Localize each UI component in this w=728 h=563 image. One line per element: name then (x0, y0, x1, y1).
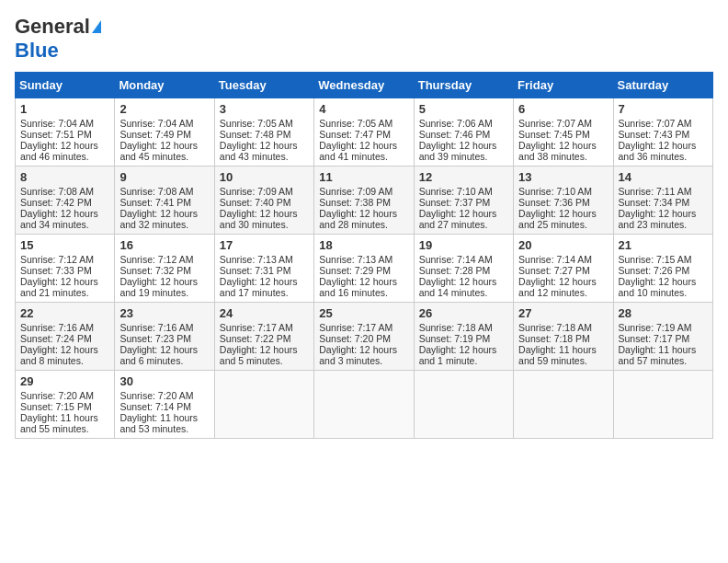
day-number: 12 (419, 170, 508, 184)
day-number: 10 (220, 170, 309, 184)
day-info-line: and 3 minutes. (319, 355, 408, 366)
day-info-line: Daylight: 12 hours (419, 344, 508, 355)
day-info-line: Daylight: 12 hours (220, 140, 309, 151)
calendar-cell: 11Sunrise: 7:09 AMSunset: 7:38 PMDayligh… (314, 167, 414, 235)
calendar-cell: 27Sunrise: 7:18 AMSunset: 7:18 PMDayligh… (514, 303, 613, 371)
day-number: 8 (20, 170, 109, 184)
day-info-line: Sunset: 7:31 PM (220, 265, 309, 276)
day-info-line: Sunset: 7:46 PM (419, 129, 508, 140)
week-row-1: 1Sunrise: 7:04 AMSunset: 7:51 PMDaylight… (16, 98, 713, 167)
day-info-line: and 59 minutes. (518, 355, 608, 366)
day-info-line: Sunrise: 7:13 AM (319, 254, 408, 265)
calendar-cell: 21Sunrise: 7:15 AMSunset: 7:26 PMDayligh… (613, 235, 712, 303)
day-info-line: Sunrise: 7:05 AM (220, 118, 309, 129)
day-info-line: Sunrise: 7:17 AM (220, 322, 309, 333)
calendar-cell: 24Sunrise: 7:17 AMSunset: 7:22 PMDayligh… (214, 303, 313, 371)
calendar-cell (314, 371, 414, 439)
calendar-cell: 18Sunrise: 7:13 AMSunset: 7:29 PMDayligh… (314, 235, 414, 303)
day-info-line: Sunset: 7:45 PM (518, 129, 608, 140)
day-number: 30 (119, 374, 209, 388)
day-info-line: Daylight: 11 hours (20, 412, 109, 423)
day-header-saturday: Saturday (613, 73, 712, 98)
day-info-line: Sunset: 7:20 PM (319, 333, 408, 344)
day-info-line: Daylight: 12 hours (319, 208, 408, 219)
day-info-line: Sunrise: 7:05 AM (319, 118, 408, 129)
calendar-cell: 7Sunrise: 7:07 AMSunset: 7:43 PMDaylight… (613, 98, 712, 167)
day-info-line: Sunrise: 7:14 AM (518, 254, 608, 265)
day-info-line: Daylight: 12 hours (20, 140, 109, 151)
day-info-line: Daylight: 12 hours (119, 208, 209, 219)
day-info-line: and 8 minutes. (20, 355, 109, 366)
day-number: 28 (619, 306, 708, 320)
header: General Blue (15, 15, 713, 63)
day-info-line: Daylight: 11 hours (518, 344, 608, 355)
day-number: 6 (518, 102, 608, 116)
day-info-line: Sunset: 7:34 PM (619, 197, 708, 208)
day-info-line: Sunset: 7:42 PM (20, 197, 109, 208)
day-info-line: Daylight: 12 hours (619, 276, 708, 287)
day-info-line: Sunset: 7:41 PM (119, 197, 209, 208)
calendar-cell: 2Sunrise: 7:04 AMSunset: 7:49 PMDaylight… (115, 98, 214, 167)
day-info-line: Daylight: 12 hours (619, 140, 708, 151)
calendar-cell: 22Sunrise: 7:16 AMSunset: 7:24 PMDayligh… (16, 303, 115, 371)
day-info-line: Daylight: 12 hours (319, 344, 408, 355)
day-info-line: and 5 minutes. (220, 355, 309, 366)
day-info-line: Daylight: 12 hours (518, 140, 608, 151)
day-info-line: and 16 minutes. (319, 287, 408, 298)
day-info-line: Sunset: 7:49 PM (119, 129, 209, 140)
day-info-line: Sunset: 7:28 PM (419, 265, 508, 276)
day-info-line: and 36 minutes. (619, 151, 708, 162)
day-info-line: and 1 minute. (419, 355, 508, 366)
day-info-line: Sunset: 7:29 PM (319, 265, 408, 276)
day-info-line: and 23 minutes. (619, 219, 708, 230)
day-info-line: Sunrise: 7:16 AM (20, 322, 109, 333)
day-info-line: and 32 minutes. (119, 219, 209, 230)
calendar-body: 1Sunrise: 7:04 AMSunset: 7:51 PMDaylight… (16, 98, 713, 439)
day-info-line: Sunrise: 7:04 AM (20, 118, 109, 129)
day-header-tuesday: Tuesday (214, 73, 313, 98)
calendar-table: SundayMondayTuesdayWednesdayThursdayFrid… (15, 72, 713, 439)
day-info-line: Sunset: 7:22 PM (220, 333, 309, 344)
calendar-cell: 13Sunrise: 7:10 AMSunset: 7:36 PMDayligh… (514, 167, 613, 235)
day-info-line: Daylight: 12 hours (319, 140, 408, 151)
week-row-5: 29Sunrise: 7:20 AMSunset: 7:15 PMDayligh… (16, 371, 713, 439)
calendar-cell: 14Sunrise: 7:11 AMSunset: 7:34 PMDayligh… (613, 167, 712, 235)
day-info-line: Sunset: 7:23 PM (119, 333, 209, 344)
day-info-line: and 43 minutes. (220, 151, 309, 162)
day-info-line: Sunset: 7:37 PM (419, 197, 508, 208)
day-number: 23 (119, 306, 209, 320)
logo-general: General (15, 15, 90, 39)
calendar-cell: 5Sunrise: 7:06 AMSunset: 7:46 PMDaylight… (414, 98, 513, 167)
day-info-line: and 10 minutes. (619, 287, 708, 298)
day-number: 20 (518, 238, 608, 252)
calendar-cell (214, 371, 313, 439)
day-info-line: Sunrise: 7:15 AM (619, 254, 708, 265)
calendar-cell: 26Sunrise: 7:18 AMSunset: 7:19 PMDayligh… (414, 303, 513, 371)
logo-arrow-icon (92, 20, 101, 33)
day-info-line: Sunset: 7:51 PM (20, 129, 109, 140)
day-info-line: and 27 minutes. (419, 219, 508, 230)
day-info-line: Sunset: 7:27 PM (518, 265, 608, 276)
day-info-line: Daylight: 12 hours (20, 208, 109, 219)
day-number: 26 (419, 306, 508, 320)
day-info-line: Sunrise: 7:09 AM (319, 186, 408, 197)
day-info-line: Sunset: 7:47 PM (319, 129, 408, 140)
day-info-line: Daylight: 12 hours (119, 140, 209, 151)
day-number: 16 (119, 238, 209, 252)
day-info-line: and 25 minutes. (518, 219, 608, 230)
day-info-line: and 45 minutes. (119, 151, 209, 162)
day-info-line: and 17 minutes. (220, 287, 309, 298)
day-info-line: Sunrise: 7:16 AM (119, 322, 209, 333)
day-number: 9 (119, 170, 209, 184)
calendar-cell: 29Sunrise: 7:20 AMSunset: 7:15 PMDayligh… (16, 371, 115, 439)
day-info-line: and 21 minutes. (20, 287, 109, 298)
calendar-cell (514, 371, 613, 439)
day-info-line: Sunset: 7:32 PM (119, 265, 209, 276)
day-info-line: Daylight: 11 hours (619, 344, 708, 355)
calendar-cell: 4Sunrise: 7:05 AMSunset: 7:47 PMDaylight… (314, 98, 414, 167)
day-info-line: Sunrise: 7:12 AM (119, 254, 209, 265)
day-info-line: Sunrise: 7:19 AM (619, 322, 708, 333)
day-info-line: Sunset: 7:26 PM (619, 265, 708, 276)
day-header-friday: Friday (514, 73, 613, 98)
day-info-line: Sunrise: 7:12 AM (20, 254, 109, 265)
